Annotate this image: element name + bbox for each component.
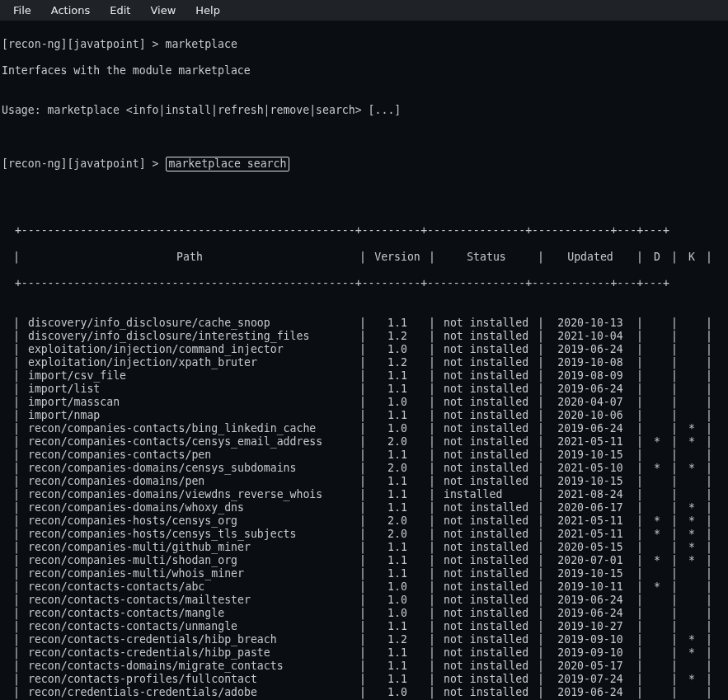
description-line: Interfaces with the module marketplace (2, 64, 726, 78)
cell-k (679, 620, 704, 633)
cell-k: * (679, 646, 704, 660)
cell-status: not installed (437, 567, 536, 580)
cell-updated: 2020-06-17 (546, 501, 635, 514)
cell-updated: 2020-05-15 (546, 541, 635, 554)
cell-d (645, 541, 669, 554)
cell-d (645, 673, 669, 686)
col-d: D (645, 251, 669, 264)
cell-d (645, 343, 669, 356)
cell-version: 1.1 (368, 554, 427, 567)
cell-k: * (679, 462, 704, 475)
menu-actions[interactable]: Actions (41, 1, 101, 21)
cell-status: not installed (437, 620, 536, 633)
table-row: | recon/companies-multi/whois_miner|1.1|… (2, 567, 726, 580)
cell-version: 1.1 (368, 475, 427, 488)
col-k: K (679, 251, 704, 264)
cell-path: recon/companies-contacts/pen (21, 449, 358, 462)
table-row: | recon/contacts-contacts/mailtester|1.0… (2, 594, 726, 607)
cell-version: 1.1 (368, 673, 427, 686)
cell-status: installed (437, 488, 536, 501)
table-body: | discovery/info_disclosure/cache_snoop|… (2, 317, 726, 700)
cell-status: not installed (437, 317, 536, 330)
cell-status: not installed (437, 528, 536, 541)
cell-version: 1.0 (368, 594, 427, 607)
cell-k (679, 330, 704, 343)
cell-version: 1.1 (368, 541, 427, 554)
cell-d (645, 620, 669, 633)
cell-path: recon/contacts-domains/migrate_contacts (21, 660, 358, 673)
cell-d (645, 409, 669, 422)
cell-version: 2.0 (368, 514, 427, 528)
table-row: | recon/companies-domains/pen|1.1| not i… (2, 475, 726, 488)
prompt-line-1: [recon-ng][javatpoint] > marketplace (2, 38, 726, 51)
cell-updated: 2019-06-24 (546, 383, 635, 396)
cell-status: not installed (437, 554, 536, 567)
col-status: Status (437, 251, 536, 264)
prompt-prefix: [recon-ng][javatpoint] > (2, 157, 166, 170)
menu-view[interactable]: View (140, 1, 186, 21)
cell-version: 1.1 (368, 646, 427, 660)
cell-k (679, 383, 704, 396)
cell-status: not installed (437, 330, 536, 343)
cell-status: not installed (437, 369, 536, 383)
cell-version: 1.1 (368, 409, 427, 422)
cell-d (645, 330, 669, 343)
cell-path: import/nmap (21, 409, 358, 422)
cell-updated: 2019-10-15 (546, 449, 635, 462)
cell-d (645, 356, 669, 369)
cell-path: recon/companies-multi/shodan_org (21, 554, 358, 567)
cell-version: 1.0 (368, 580, 427, 594)
cell-d (645, 660, 669, 673)
cell-version: 2.0 (368, 435, 427, 449)
cell-status: not installed (437, 633, 536, 646)
cell-version: 1.2 (368, 330, 427, 343)
cell-d: * (645, 435, 669, 449)
cell-k: * (679, 554, 704, 567)
cell-d (645, 686, 669, 699)
cell-k (679, 356, 704, 369)
cell-version: 1.1 (368, 501, 427, 514)
cell-status: not installed (437, 580, 536, 594)
cell-d (645, 317, 669, 330)
table-row: | recon/companies-hosts/censys_tls_subje… (2, 528, 726, 541)
table-header: | Path | Version | Status | Updated | D … (2, 251, 726, 264)
table-border-top: +---------------------------------------… (2, 224, 726, 237)
cell-updated: 2020-04-07 (546, 396, 635, 409)
cell-k (679, 409, 704, 422)
table-row: | discovery/info_disclosure/interesting_… (2, 330, 726, 343)
cell-version: 1.2 (368, 633, 427, 646)
table-row: | import/masscan|1.0| not installed|2020… (2, 396, 726, 409)
cell-path: recon/companies-multi/whois_miner (21, 567, 358, 580)
table-row: | recon/companies-domains/whoxy_dns|1.1|… (2, 501, 726, 514)
cell-version: 1.0 (368, 607, 427, 620)
cell-updated: 2019-10-27 (546, 620, 635, 633)
table-row: | recon/contacts-contacts/abc|1.0| not i… (2, 580, 726, 594)
cell-updated: 2019-09-10 (546, 633, 635, 646)
col-version: Version (368, 251, 427, 264)
menu-edit[interactable]: Edit (100, 1, 140, 21)
cell-version: 1.1 (368, 620, 427, 633)
cell-d: * (645, 580, 669, 594)
cell-k: * (679, 422, 704, 435)
menu-help[interactable]: Help (186, 1, 230, 21)
cell-d (645, 475, 669, 488)
cell-k: * (679, 435, 704, 449)
cell-k: * (679, 673, 704, 686)
cell-status: not installed (437, 383, 536, 396)
cell-updated: 2021-05-11 (546, 435, 635, 449)
terminal[interactable]: [recon-ng][javatpoint] > marketplace Int… (0, 21, 728, 700)
cell-updated: 2019-10-15 (546, 475, 635, 488)
table-row: | recon/companies-domains/censys_subdoma… (2, 462, 726, 475)
cell-path: import/csv_file (21, 369, 358, 383)
table-row: | recon/companies-contacts/pen|1.1| not … (2, 449, 726, 462)
cell-version: 1.1 (368, 488, 427, 501)
cell-d (645, 607, 669, 620)
cell-version: 1.1 (368, 660, 427, 673)
cell-d (645, 646, 669, 660)
cell-updated: 2021-05-11 (546, 514, 635, 528)
cell-updated: 2019-06-24 (546, 686, 635, 699)
cell-k (679, 580, 704, 594)
menu-file[interactable]: File (3, 1, 41, 21)
menubar: File Actions Edit View Help (0, 0, 728, 21)
cell-path: recon/contacts-contacts/unmangle (21, 620, 358, 633)
